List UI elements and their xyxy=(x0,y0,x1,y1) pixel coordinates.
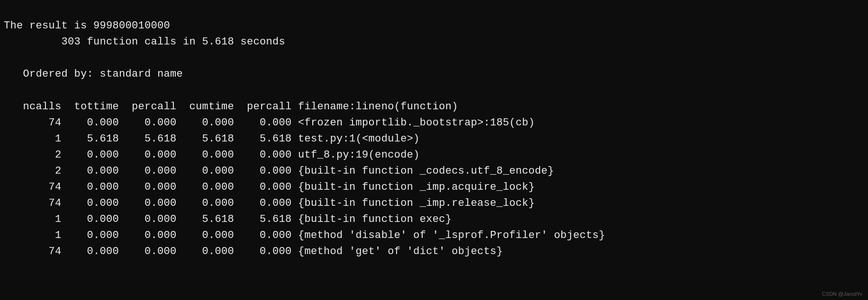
profile-data-rows: 74 0.000 0.000 0.000 0.000 <frozen impor… xyxy=(4,117,605,258)
profile-header-row: ncalls tottime percall cumtime percall f… xyxy=(4,101,458,113)
summary-line: 303 function calls in 5.618 seconds xyxy=(4,36,285,48)
result-line: The result is 999800010000 xyxy=(4,20,170,32)
terminal-output: The result is 999800010000 303 function … xyxy=(4,2,868,260)
ordered-by-line: Ordered by: standard name xyxy=(4,68,183,80)
watermark: CSDN @JarodYv xyxy=(822,290,862,298)
